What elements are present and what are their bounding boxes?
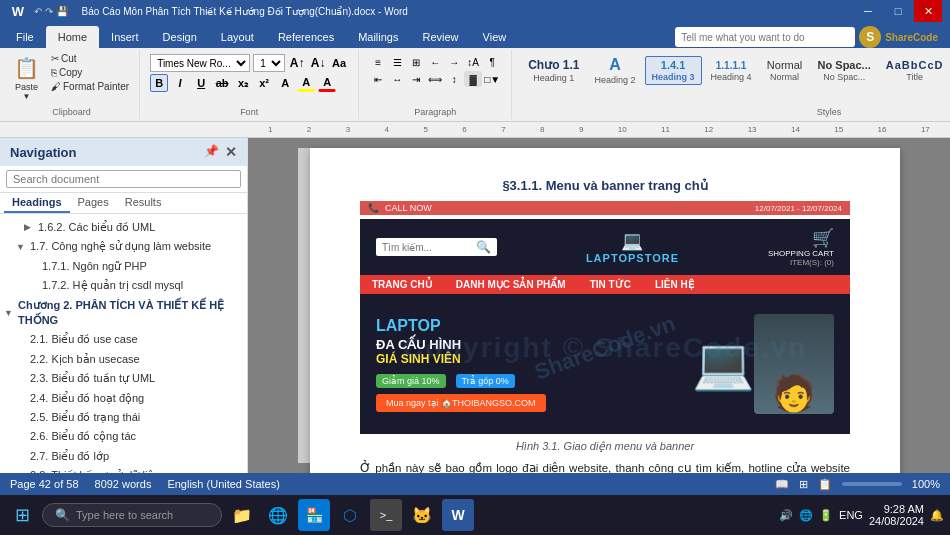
italic-button[interactable]: I — [171, 74, 189, 92]
style-normal[interactable]: Normal Normal — [761, 57, 809, 84]
borders-button[interactable]: □▼ — [483, 71, 501, 87]
list-item[interactable]: 2.1. Biểu đồ use case — [0, 330, 247, 349]
line-spacing-button[interactable]: ↕ — [445, 71, 463, 87]
tab-view[interactable]: View — [471, 26, 519, 48]
tab-insert[interactable]: Insert — [99, 26, 151, 48]
close-button[interactable]: ✕ — [914, 0, 942, 22]
document-area[interactable]: ShareCode.vn §3.1.1. Menu và banner tran… — [248, 138, 950, 473]
strikethrough-button[interactable]: ab — [213, 74, 231, 92]
font-color-button[interactable]: A — [318, 74, 336, 92]
nav-tab-pages[interactable]: Pages — [70, 193, 117, 213]
clear-format-button[interactable]: Aa — [330, 54, 348, 72]
style-heading1[interactable]: Chưo 1.1 Heading 1 — [522, 56, 585, 85]
list-item[interactable]: 2.2. Kịch bản usecase — [0, 350, 247, 369]
window-controls[interactable]: ─ □ ✕ — [854, 0, 942, 22]
taskbar-icon-explorer[interactable]: 📁 — [226, 499, 258, 531]
font-size-select[interactable]: 13 — [253, 54, 285, 72]
nav-close-button[interactable]: ✕ — [225, 144, 237, 160]
decrease-indent-button[interactable]: ← — [426, 54, 444, 70]
taskbar-icon-vscode[interactable]: ⬡ — [334, 499, 366, 531]
buy-now-button[interactable]: Mua ngay tại 🏠THOIBANGSO.COM — [376, 394, 546, 412]
underline-button[interactable]: U — [192, 74, 210, 92]
align-center-button[interactable]: ↔ — [388, 71, 406, 87]
tab-review[interactable]: Review — [411, 26, 471, 48]
list-item[interactable]: ▼1.7. Công nghệ sử dụng làm website — [0, 237, 247, 256]
menu-item-home[interactable]: TRANG CHỦ — [360, 275, 444, 294]
multilevel-button[interactable]: ⊞ — [407, 54, 425, 70]
system-icon-sound[interactable]: 🔊 — [779, 509, 793, 522]
style-title[interactable]: AaBbCcD Title — [880, 57, 950, 84]
minimize-button[interactable]: ─ — [854, 0, 882, 22]
nav-search-input[interactable] — [6, 170, 241, 188]
tab-design[interactable]: Design — [151, 26, 209, 48]
taskbar-icon-edge[interactable]: 🌐 — [262, 499, 294, 531]
list-item[interactable]: 2.7. Biểu đồ lớp — [0, 447, 247, 466]
style-heading3[interactable]: 1.4.1 Heading 3 — [645, 56, 702, 85]
style-heading2[interactable]: A Heading 2 — [588, 54, 641, 87]
sort-button[interactable]: ↕A — [464, 54, 482, 70]
show-marks-button[interactable]: ¶ — [483, 54, 501, 70]
numbering-button[interactable]: ☰ — [388, 54, 406, 70]
list-item[interactable]: 2.5. Biểu đồ trạng thái — [0, 408, 247, 427]
list-item[interactable]: 2.4. Biểu đồ hoạt động — [0, 389, 247, 408]
zoom-slider[interactable] — [842, 482, 902, 486]
list-item[interactable]: 2.8. Thiết kế cơ sở dữ liệu — [0, 466, 247, 473]
format-painter-button[interactable]: 🖌Format Painter — [47, 80, 133, 93]
cut-button[interactable]: ✂Cut — [47, 52, 133, 65]
style-heading4[interactable]: 1.1.1.1 Heading 4 — [705, 58, 758, 84]
tab-references[interactable]: References — [266, 26, 346, 48]
tab-file[interactable]: File — [4, 26, 46, 48]
shading-button[interactable]: ▓ — [464, 71, 482, 87]
bullets-button[interactable]: ≡ — [369, 54, 387, 70]
paste-button[interactable]: 📋 Paste ▼ — [10, 52, 43, 104]
navigation-panel: Navigation 📌 ✕ Headings Pages Results ▶1… — [0, 138, 248, 473]
bold-button[interactable]: B — [150, 74, 168, 92]
align-left-button[interactable]: ⇤ — [369, 71, 387, 87]
increase-font-button[interactable]: A↑ — [288, 54, 306, 72]
text-highlight-button[interactable]: A — [297, 74, 315, 92]
taskbar-icon-terminal[interactable]: >_ — [370, 499, 402, 531]
start-button[interactable]: ⊞ — [6, 499, 38, 531]
tab-layout[interactable]: Layout — [209, 26, 266, 48]
tell-me-input[interactable] — [675, 27, 855, 47]
list-item[interactable]: 1.7.1. Ngôn ngữ PHP — [0, 257, 247, 276]
nav-tab-headings[interactable]: Headings — [4, 193, 70, 213]
store-search-input[interactable] — [382, 242, 472, 253]
tab-mailings[interactable]: Mailings — [346, 26, 410, 48]
taskbar-icon-github[interactable]: 🐱 — [406, 499, 438, 531]
taskbar-search[interactable]: 🔍 Type here to search — [42, 503, 222, 527]
menu-item-products[interactable]: DANH MỤC SẢN PHẨM — [444, 275, 578, 294]
superscript-button[interactable]: x² — [255, 74, 273, 92]
view-layout-icon[interactable]: ⊞ — [799, 478, 808, 491]
call-now-icon: 📞 — [368, 203, 379, 213]
taskbar-icon-word[interactable]: W — [442, 499, 474, 531]
increase-indent-button[interactable]: → — [445, 54, 463, 70]
list-item[interactable]: ▶1.6.2. Các biểu đồ UML — [0, 218, 247, 237]
taskbar-icon-store[interactable]: 🏪 — [298, 499, 330, 531]
font-name-select[interactable]: Times New Ro... — [150, 54, 250, 72]
copy-button[interactable]: ⎘Copy — [47, 66, 133, 79]
list-item[interactable]: 2.6. Biểu đồ cộng tác — [0, 427, 247, 446]
maximize-button[interactable]: □ — [884, 0, 912, 22]
nav-pin-icon[interactable]: 📌 — [204, 144, 219, 160]
decrease-font-button[interactable]: A↓ — [309, 54, 327, 72]
list-item[interactable]: 1.7.2. Hệ quản trị csdl mysql — [0, 276, 247, 295]
word-logo[interactable]: W — [8, 1, 28, 21]
nav-tab-results[interactable]: Results — [117, 193, 170, 213]
tab-home[interactable]: Home — [46, 26, 99, 48]
view-read-icon[interactable]: 📖 — [775, 478, 789, 491]
justify-button[interactable]: ⟺ — [426, 71, 444, 87]
align-right-button[interactable]: ⇥ — [407, 71, 425, 87]
menu-item-contact[interactable]: LIÊN HỆ — [643, 275, 706, 294]
subscript-button[interactable]: x₂ — [234, 74, 252, 92]
document-page[interactable]: ShareCode.vn §3.1.1. Menu và banner tran… — [310, 148, 900, 473]
view-web-icon[interactable]: 📋 — [818, 478, 832, 491]
style-nospace[interactable]: No Spac... No Spac... — [812, 57, 877, 84]
text-effects-button[interactable]: A — [276, 74, 294, 92]
menu-item-news[interactable]: TIN TỨC — [578, 275, 643, 294]
notification-icon[interactable]: 🔔 — [930, 509, 944, 522]
system-icon-battery[interactable]: 🔋 — [819, 509, 833, 522]
system-icon-network[interactable]: 🌐 — [799, 509, 813, 522]
list-item[interactable]: ▼Chương 2. PHÂN TÍCH VÀ THIẾT KẾ HỆ THỐN… — [0, 296, 247, 331]
list-item[interactable]: 2.3. Biểu đồ tuần tự UML — [0, 369, 247, 388]
